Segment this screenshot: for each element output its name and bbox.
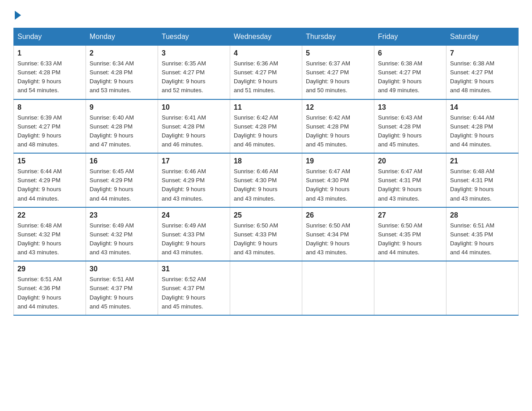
calendar-cell: 16 Sunrise: 6:45 AMSunset: 4:29 PMDaylig… [86,153,158,207]
day-info: Sunrise: 6:50 AMSunset: 4:34 PMDaylight:… [306,221,370,257]
day-info: Sunrise: 6:50 AMSunset: 4:35 PMDaylight:… [378,221,442,257]
day-info: Sunrise: 6:44 AMSunset: 4:29 PMDaylight:… [17,167,82,203]
calendar-cell: 30 Sunrise: 6:51 AMSunset: 4:37 PMDaylig… [86,261,158,315]
day-number: 26 [306,211,370,219]
day-info: Sunrise: 6:46 AMSunset: 4:30 PMDaylight:… [234,167,298,203]
day-info: Sunrise: 6:48 AMSunset: 4:31 PMDaylight:… [450,167,515,203]
calendar-cell: 20 Sunrise: 6:47 AMSunset: 4:31 PMDaylig… [374,153,446,207]
day-info: Sunrise: 6:41 AMSunset: 4:28 PMDaylight:… [162,113,226,150]
calendar-cell: 13 Sunrise: 6:43 AMSunset: 4:28 PMDaylig… [374,99,446,154]
calendar-table: SundayMondayTuesdayWednesdayThursdayFrid… [13,28,519,316]
calendar-cell: 8 Sunrise: 6:39 AMSunset: 4:27 PMDayligh… [14,99,86,154]
day-info: Sunrise: 6:44 AMSunset: 4:28 PMDaylight:… [450,113,515,150]
day-number: 16 [90,157,154,165]
day-number: 31 [162,265,226,273]
calendar-cell: 11 Sunrise: 6:42 AMSunset: 4:28 PMDaylig… [230,99,302,154]
day-number: 23 [90,211,154,219]
calendar-cell [302,261,374,315]
day-info: Sunrise: 6:51 AMSunset: 4:35 PMDaylight:… [450,221,515,257]
day-info: Sunrise: 6:51 AMSunset: 4:37 PMDaylight:… [90,275,154,311]
calendar-cell: 25 Sunrise: 6:50 AMSunset: 4:33 PMDaylig… [230,207,302,261]
day-info: Sunrise: 6:48 AMSunset: 4:32 PMDaylight:… [17,221,82,257]
calendar-cell: 18 Sunrise: 6:46 AMSunset: 4:30 PMDaylig… [230,153,302,207]
day-info: Sunrise: 6:35 AMSunset: 4:27 PMDaylight:… [162,59,226,95]
calendar-cell: 14 Sunrise: 6:44 AMSunset: 4:28 PMDaylig… [446,99,519,154]
calendar-cell [230,261,302,315]
day-info: Sunrise: 6:49 AMSunset: 4:33 PMDaylight:… [162,221,226,257]
day-info: Sunrise: 6:36 AMSunset: 4:27 PMDaylight:… [234,59,298,95]
logo-arrow-icon [15,11,21,20]
logo [13,9,21,20]
day-info: Sunrise: 6:38 AMSunset: 4:27 PMDaylight:… [378,59,442,95]
day-number: 25 [234,211,298,219]
calendar-cell: 12 Sunrise: 6:42 AMSunset: 4:28 PMDaylig… [302,99,374,154]
day-number: 7 [450,49,515,57]
day-info: Sunrise: 6:52 AMSunset: 4:37 PMDaylight:… [162,275,226,311]
day-number: 10 [162,103,226,111]
day-number: 4 [234,49,298,57]
calendar-cell: 7 Sunrise: 6:38 AMSunset: 4:27 PMDayligh… [446,46,519,99]
day-info: Sunrise: 6:46 AMSunset: 4:29 PMDaylight:… [162,167,226,203]
day-number: 20 [378,157,442,165]
calendar-cell: 17 Sunrise: 6:46 AMSunset: 4:29 PMDaylig… [158,153,230,207]
day-number: 22 [17,211,82,219]
calendar-cell: 26 Sunrise: 6:50 AMSunset: 4:34 PMDaylig… [302,207,374,261]
day-number: 14 [450,103,515,111]
day-number: 5 [306,49,370,57]
calendar-week-row: 22 Sunrise: 6:48 AMSunset: 4:32 PMDaylig… [14,207,519,261]
day-number: 30 [90,265,154,273]
calendar-cell: 4 Sunrise: 6:36 AMSunset: 4:27 PMDayligh… [230,46,302,99]
calendar-week-row: 29 Sunrise: 6:51 AMSunset: 4:36 PMDaylig… [14,261,519,315]
calendar-week-row: 1 Sunrise: 6:33 AMSunset: 4:28 PMDayligh… [14,46,519,99]
day-info: Sunrise: 6:50 AMSunset: 4:33 PMDaylight:… [234,221,298,257]
calendar-cell: 9 Sunrise: 6:40 AMSunset: 4:28 PMDayligh… [86,99,158,154]
header-sunday: Sunday [14,28,86,46]
day-number: 13 [378,103,442,111]
day-info: Sunrise: 6:43 AMSunset: 4:28 PMDaylight:… [378,113,442,150]
page-header [13,9,519,20]
calendar-cell: 1 Sunrise: 6:33 AMSunset: 4:28 PMDayligh… [14,46,86,99]
header-tuesday: Tuesday [158,28,230,46]
header-thursday: Thursday [302,28,374,46]
day-number: 21 [450,157,515,165]
calendar-cell: 10 Sunrise: 6:41 AMSunset: 4:28 PMDaylig… [158,99,230,154]
day-number: 1 [17,49,82,57]
calendar-cell [374,261,446,315]
day-number: 15 [17,157,82,165]
header-friday: Friday [374,28,446,46]
day-number: 8 [17,103,82,111]
day-number: 11 [234,103,298,111]
calendar-cell: 27 Sunrise: 6:50 AMSunset: 4:35 PMDaylig… [374,207,446,261]
calendar-cell: 19 Sunrise: 6:47 AMSunset: 4:30 PMDaylig… [302,153,374,207]
day-info: Sunrise: 6:49 AMSunset: 4:32 PMDaylight:… [90,221,154,257]
calendar-cell: 28 Sunrise: 6:51 AMSunset: 4:35 PMDaylig… [446,207,519,261]
day-info: Sunrise: 6:47 AMSunset: 4:31 PMDaylight:… [378,167,442,203]
day-info: Sunrise: 6:42 AMSunset: 4:28 PMDaylight:… [234,113,298,150]
header-saturday: Saturday [446,28,519,46]
day-info: Sunrise: 6:38 AMSunset: 4:27 PMDaylight:… [450,59,515,95]
day-info: Sunrise: 6:34 AMSunset: 4:28 PMDaylight:… [90,59,154,95]
calendar-cell: 3 Sunrise: 6:35 AMSunset: 4:27 PMDayligh… [158,46,230,99]
calendar-week-row: 8 Sunrise: 6:39 AMSunset: 4:27 PMDayligh… [14,99,519,154]
day-number: 2 [90,49,154,57]
calendar-cell: 22 Sunrise: 6:48 AMSunset: 4:32 PMDaylig… [14,207,86,261]
day-number: 12 [306,103,370,111]
day-info: Sunrise: 6:39 AMSunset: 4:27 PMDaylight:… [17,113,82,150]
calendar-cell: 31 Sunrise: 6:52 AMSunset: 4:37 PMDaylig… [158,261,230,315]
header-monday: Monday [86,28,158,46]
day-info: Sunrise: 6:33 AMSunset: 4:28 PMDaylight:… [17,59,82,95]
day-number: 29 [17,265,82,273]
calendar-week-row: 15 Sunrise: 6:44 AMSunset: 4:29 PMDaylig… [14,153,519,207]
calendar-cell: 29 Sunrise: 6:51 AMSunset: 4:36 PMDaylig… [14,261,86,315]
calendar-header-row: SundayMondayTuesdayWednesdayThursdayFrid… [14,28,519,46]
header-wednesday: Wednesday [230,28,302,46]
day-info: Sunrise: 6:51 AMSunset: 4:36 PMDaylight:… [17,275,82,311]
calendar-cell [446,261,519,315]
day-number: 17 [162,157,226,165]
day-number: 24 [162,211,226,219]
calendar-cell: 21 Sunrise: 6:48 AMSunset: 4:31 PMDaylig… [446,153,519,207]
calendar-cell: 5 Sunrise: 6:37 AMSunset: 4:27 PMDayligh… [302,46,374,99]
day-number: 3 [162,49,226,57]
calendar-cell: 6 Sunrise: 6:38 AMSunset: 4:27 PMDayligh… [374,46,446,99]
calendar-cell: 23 Sunrise: 6:49 AMSunset: 4:32 PMDaylig… [86,207,158,261]
